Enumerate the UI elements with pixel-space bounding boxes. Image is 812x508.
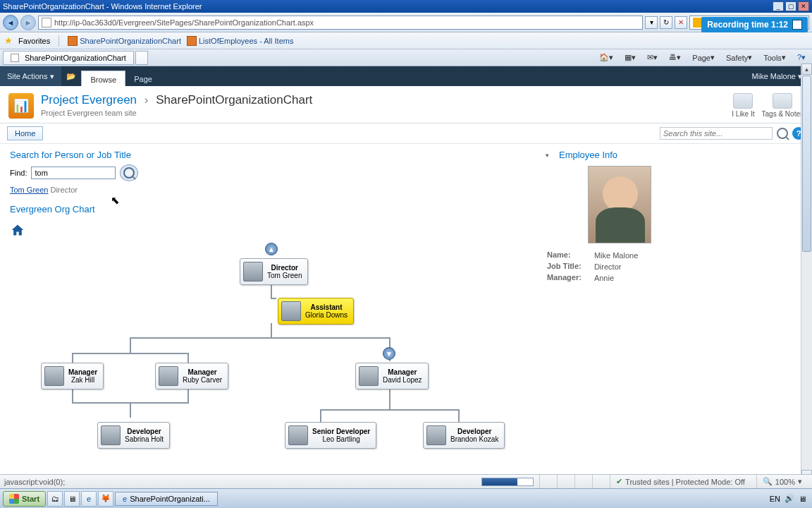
taskbar-task-ie[interactable]: eSharePointOrganizati...: [115, 492, 218, 506]
home-menu-icon[interactable]: 🏠▾: [596, 52, 617, 64]
forward-button[interactable]: ►: [20, 15, 36, 30]
nav-home[interactable]: Home: [7, 126, 43, 140]
page-title-area: 📊 Project Evergreen › SharePointOrganiza…: [0, 86, 812, 123]
address-bar[interactable]: [38, 16, 643, 30]
scroll-up-button[interactable]: ▲: [801, 64, 812, 75]
avatar: [288, 425, 308, 445]
read-mail-icon[interactable]: ✉▾: [644, 52, 661, 64]
page-icon: [11, 54, 19, 62]
stop-button[interactable]: ✕: [675, 16, 687, 29]
windows-logo-icon: [9, 494, 19, 504]
node-dev3[interactable]: DeveloperBrandon Kozak: [423, 422, 505, 449]
top-nav-row: Home ?: [0, 123, 812, 144]
favorites-label[interactable]: Favorites: [18, 37, 50, 45]
employee-info-table: Name:Mike Malone Job Title:Director Mana…: [546, 249, 639, 284]
node-mgr2[interactable]: ManagerRuby Carver: [155, 363, 228, 389]
site-icon: [187, 36, 197, 46]
feed-icon[interactable]: ▦▾: [621, 52, 639, 64]
section-collapse-icon[interactable]: ▾: [546, 152, 549, 159]
node-dev2[interactable]: Senior DeveloperLeo Bartling: [285, 422, 376, 449]
tools-menu[interactable]: Tools▾: [760, 52, 789, 64]
page-menu[interactable]: Page▾: [689, 52, 718, 64]
breadcrumb-root[interactable]: Project Evergreen: [41, 93, 137, 107]
fav-link-employees[interactable]: ListOfEmployees - All Items: [187, 36, 294, 46]
sp-ribbon: Site Actions ▾ 📂 Browse Page Mike Malone…: [0, 66, 812, 86]
ribbon-tab-page[interactable]: Page: [125, 71, 161, 86]
minimize-button[interactable]: _: [773, 1, 784, 11]
maximize-button[interactable]: ▢: [785, 1, 796, 11]
i-like-it-button[interactable]: I Like It: [732, 93, 754, 118]
node-assistant[interactable]: AssistantGloria Downs: [278, 298, 354, 325]
node-director[interactable]: DirectorTom Green: [240, 258, 308, 285]
quick-launch-ie[interactable]: e: [81, 491, 97, 507]
avatar: [359, 366, 379, 386]
url-input[interactable]: [54, 18, 639, 27]
address-bar-row: ◄ ► ▾ ↻ ✕: [0, 13, 812, 32]
stop-record-icon[interactable]: [792, 20, 802, 30]
scroll-thumb[interactable]: [802, 75, 811, 252]
avatar: [281, 301, 301, 321]
find-button[interactable]: [120, 164, 138, 181]
quick-launch-explorer[interactable]: 🗂: [47, 491, 63, 507]
site-icon: [68, 36, 78, 46]
navigate-up-icon[interactable]: 📂: [61, 72, 81, 81]
main-content: Search for Person or Job Title Find: Tom…: [0, 144, 812, 483]
employee-info-heading: Employee Info: [559, 150, 617, 160]
shield-icon: ✔: [616, 477, 622, 486]
find-input[interactable]: [31, 167, 116, 179]
tray-lang[interactable]: EN: [770, 495, 780, 503]
page-icon: [42, 18, 51, 28]
site-description: Project Evergreen team site: [41, 109, 312, 117]
safety-menu[interactable]: Safety▾: [722, 52, 756, 64]
tab-label: SharePointOrganizationChart: [25, 54, 126, 62]
quick-launch-desktop[interactable]: 🖥: [64, 491, 80, 507]
chart-home-icon[interactable]: [10, 223, 25, 237]
close-button[interactable]: ✕: [798, 1, 809, 11]
print-icon[interactable]: 🖶▾: [665, 52, 684, 64]
new-tab-button[interactable]: [135, 51, 148, 65]
recording-badge: Recording time 1:12: [701, 17, 808, 32]
ribbon-tab-browse[interactable]: Browse: [81, 71, 125, 86]
breadcrumb: Project Evergreen › SharePointOrganizati…: [41, 93, 312, 107]
site-search-button[interactable]: [777, 128, 788, 139]
avatar: [44, 366, 64, 386]
tags-notes-button[interactable]: Tags & Notes: [762, 93, 804, 118]
site-logo[interactable]: 📊: [8, 93, 34, 119]
node-mgr3[interactable]: ManagerDavid Lopez: [355, 363, 429, 389]
node-dev1[interactable]: DeveloperSabrina Holt: [97, 422, 170, 449]
system-tray: EN 🔊 🖥: [767, 494, 809, 503]
value-name: Mike Malone: [594, 250, 638, 260]
help-menu[interactable]: ?▾: [794, 52, 809, 64]
node-mgr1[interactable]: ManagerZak Hill: [41, 363, 104, 389]
quick-launch-firefox[interactable]: 🦊: [98, 491, 113, 507]
window-title: SharePointOrganizationChart - Windows In…: [3, 2, 202, 11]
start-button[interactable]: Start: [3, 491, 46, 507]
windows-taskbar: Start 🗂 🖥 e 🦊 eSharePointOrganizati... E…: [0, 488, 812, 508]
security-status: ✔ Trusted sites | Protected Mode: Off: [610, 475, 751, 488]
vertical-scrollbar[interactable]: ▲ ▼: [801, 64, 812, 481]
tags-icon: [773, 93, 792, 109]
avatar: [426, 425, 446, 445]
ie-status-bar: javascript:void(0); ✔ Trusted sites | Pr…: [0, 474, 812, 488]
site-search-input[interactable]: [660, 127, 773, 140]
breadcrumb-page: SharePointOrganizationChart: [156, 93, 312, 107]
addr-dropdown[interactable]: ▾: [645, 16, 658, 29]
zoom-control[interactable]: 🔍 100% ▾: [756, 475, 808, 488]
nav-up-button[interactable]: ▲: [265, 243, 278, 255]
status-text: javascript:void(0);: [4, 478, 65, 486]
tab-orgchart[interactable]: SharePointOrganizationChart: [3, 51, 134, 65]
label-name: Name:: [547, 250, 593, 260]
search-result-title: Director: [50, 186, 78, 194]
site-actions-menu[interactable]: Site Actions ▾: [0, 66, 61, 86]
tray-icon[interactable]: 🔊: [785, 494, 794, 503]
progress-bar: [481, 478, 534, 486]
find-label: Find:: [10, 169, 27, 177]
refresh-button[interactable]: ↻: [660, 16, 672, 29]
search-section-heading: Search for Person or Job Title: [10, 150, 531, 160]
expand-button[interactable]: ▼: [383, 347, 395, 360]
tray-icon[interactable]: 🖥: [799, 495, 806, 503]
search-result-link[interactable]: Tom Green: [10, 186, 48, 194]
fav-link-orgchart[interactable]: SharePointOrganizationChart: [68, 36, 181, 46]
back-button[interactable]: ◄: [3, 15, 18, 30]
favorites-star-icon[interactable]: ★: [4, 35, 13, 46]
